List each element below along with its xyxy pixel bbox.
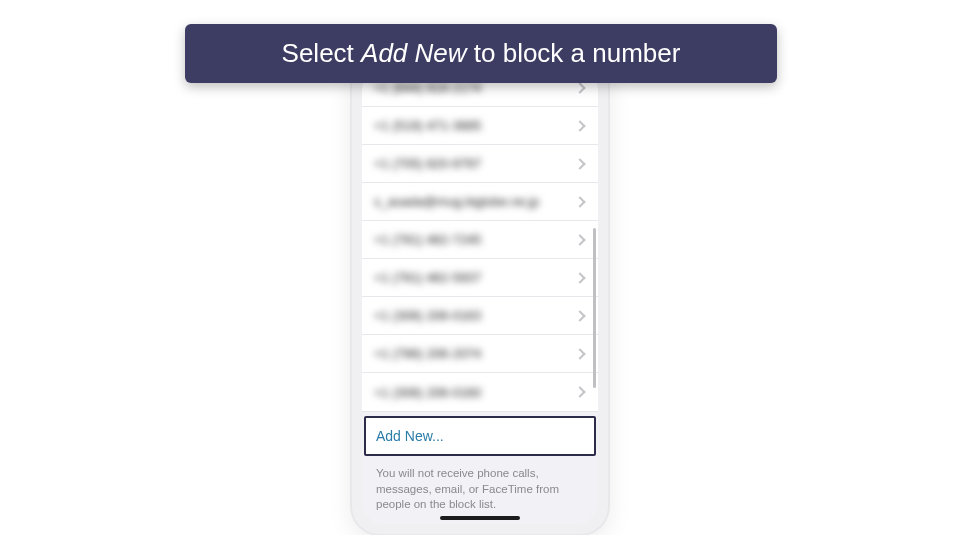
chevron-right-icon: [574, 158, 585, 169]
add-new-button[interactable]: Add New...: [364, 416, 596, 456]
blocked-contact-label: +1 (306) 206-0160: [374, 385, 576, 400]
blocked-contact-label: +1 (519) 471-3685: [374, 118, 576, 133]
chevron-right-icon: [574, 196, 585, 207]
chevron-right-icon: [574, 348, 585, 359]
phone-screen: +1 (844) 818-2174 +1 (519) 471-3685 +1 (…: [362, 68, 598, 524]
blocked-contact-label: +1 (781) 482-7245: [374, 232, 576, 247]
chevron-right-icon: [574, 386, 585, 397]
blocked-contact-label: +1 (781) 482-5937: [374, 270, 576, 285]
blocked-contact-label: +1 (786) 206-2074: [374, 346, 576, 361]
chevron-right-icon: [574, 310, 585, 321]
banner-suffix: to block a number: [467, 38, 681, 68]
phone-frame: +1 (844) 818-2174 +1 (519) 471-3685 +1 (…: [350, 56, 610, 535]
table-row[interactable]: +1 (306) 206-0163: [362, 297, 598, 335]
block-list-footer: You will not receive phone calls, messag…: [362, 456, 598, 513]
add-new-label: Add New...: [376, 428, 444, 444]
table-row[interactable]: +1 (519) 471-3685: [362, 107, 598, 145]
table-row[interactable]: +1 (705) 820-9797: [362, 145, 598, 183]
table-row[interactable]: +1 (781) 482-5937: [362, 259, 598, 297]
table-row[interactable]: +1 (781) 482-7245: [362, 221, 598, 259]
blocked-contact-label: +1 (306) 206-0163: [374, 308, 576, 323]
chevron-right-icon: [574, 120, 585, 131]
table-row[interactable]: +1 (306) 206-0160: [362, 373, 598, 411]
blocked-contact-label: +1 (705) 820-9797: [374, 156, 576, 171]
home-indicator[interactable]: [440, 516, 520, 520]
chevron-right-icon: [574, 234, 585, 245]
table-row[interactable]: s_asada@mug.biglobe.ne.jp: [362, 183, 598, 221]
chevron-right-icon: [574, 82, 585, 93]
chevron-right-icon: [574, 272, 585, 283]
scroll-indicator[interactable]: [593, 228, 596, 388]
banner-emph: Add New: [361, 38, 467, 68]
blocked-contacts-list: +1 (844) 818-2174 +1 (519) 471-3685 +1 (…: [362, 68, 598, 412]
table-row[interactable]: +1 (786) 206-2074: [362, 335, 598, 373]
blocked-contact-label: s_asada@mug.biglobe.ne.jp: [374, 194, 576, 209]
banner-prefix: Select: [282, 38, 362, 68]
instruction-banner: Select Add New to block a number: [185, 24, 777, 83]
